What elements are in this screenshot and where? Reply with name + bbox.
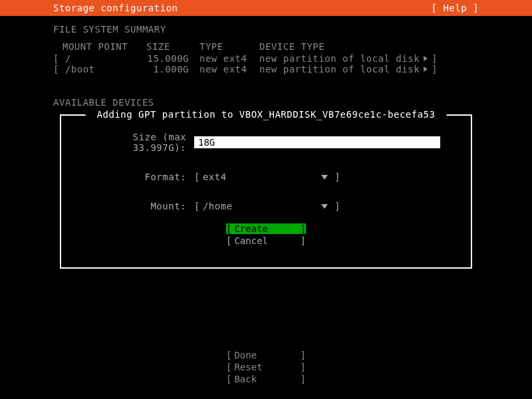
mount-row: Mount: [ /home ]	[81, 201, 451, 211]
table-row[interactable]: [ / 15.000G new ext4 new partition of lo…	[53, 53, 479, 64]
partition-dialog: Adding GPT partition to VBOX_HARDDISK_VB…	[60, 114, 472, 269]
device-cell: new partition of local disk ]	[259, 53, 479, 64]
format-row: Format: [ ext4 ]	[81, 172, 451, 182]
mount-value: /home	[203, 201, 321, 211]
col-mount-header: MOUNT POINT	[53, 41, 146, 52]
mount-label: Mount:	[81, 201, 194, 211]
dialog-buttons: [Create] [Cancel]	[81, 223, 451, 247]
chevron-right-icon	[424, 66, 428, 72]
available-devices-section: AVAILABLE DEVICES Adding GPT partition t…	[53, 97, 479, 269]
mount-select[interactable]: [ /home ]	[194, 201, 340, 211]
device-cell: new partition of local disk ]	[259, 64, 479, 74]
filesystem-summary-table: MOUNT POINT SIZE TYPE DEVICE TYPE [ / 15…	[53, 41, 479, 74]
chevron-down-icon	[321, 204, 328, 209]
reset-button[interactable]: [Reset]	[226, 362, 306, 372]
size-input[interactable]	[194, 136, 440, 148]
size-cell: 15.000G	[146, 53, 200, 64]
help-button[interactable]: [ Help ]	[432, 3, 479, 13]
type-cell: new ext4	[200, 53, 259, 64]
dialog-title: Adding GPT partition to VBOX_HARDDISK_VB…	[86, 109, 447, 120]
filesystem-summary-title: FILE SYSTEM SUMMARY	[53, 24, 479, 35]
col-type-header: TYPE	[200, 41, 259, 52]
type-cell: new ext4	[200, 64, 259, 74]
header-bar: Storage configuration [ Help ]	[0, 0, 532, 16]
size-cell: 1.000G	[146, 64, 200, 74]
table-header: MOUNT POINT SIZE TYPE DEVICE TYPE	[53, 41, 479, 52]
col-size-header: SIZE	[146, 41, 200, 52]
table-row[interactable]: [ /boot 1.000G new ext4 new partition of…	[53, 64, 479, 74]
format-label: Format:	[81, 172, 194, 182]
back-button[interactable]: [Back]	[226, 374, 306, 384]
cancel-button[interactable]: [Cancel]	[226, 235, 306, 246]
format-select[interactable]: [ ext4 ]	[194, 172, 340, 182]
col-device-header: DEVICE TYPE	[259, 41, 479, 52]
page-title: Storage configuration	[53, 3, 178, 13]
chevron-down-icon	[321, 175, 328, 180]
size-row: Size (max 33.997G):	[81, 132, 451, 153]
main-content: FILE SYSTEM SUMMARY MOUNT POINT SIZE TYP…	[0, 16, 532, 269]
mount-cell: [ /	[53, 53, 146, 64]
done-button[interactable]: [Done]	[226, 350, 306, 360]
size-label: Size (max 33.997G):	[81, 132, 194, 153]
available-devices-title: AVAILABLE DEVICES	[53, 97, 479, 108]
format-value: ext4	[203, 172, 321, 182]
footer-buttons: [Done] [Reset] [Back]	[0, 350, 532, 386]
create-button[interactable]: [Create]	[226, 223, 306, 234]
chevron-right-icon	[424, 56, 428, 61]
mount-cell: [ /boot	[53, 64, 146, 74]
